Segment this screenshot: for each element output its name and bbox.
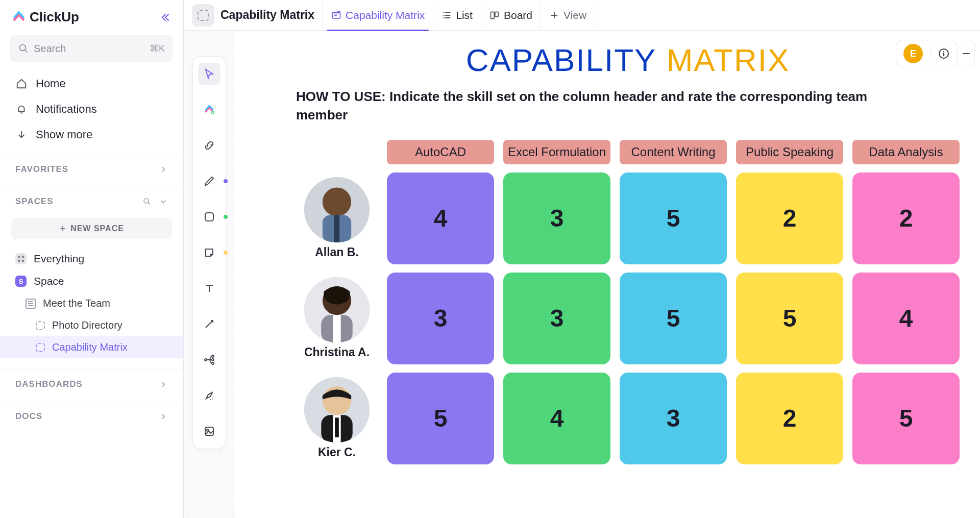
tab-board[interactable]: Board — [481, 0, 541, 31]
svg-point-14 — [205, 359, 207, 361]
tree-capability-matrix[interactable]: Capability Matrix — [0, 336, 183, 358]
new-space-button[interactable]: NEW SPACE — [11, 218, 172, 239]
person-name: Kier C. — [318, 446, 356, 459]
chevron-down-icon[interactable] — [159, 197, 168, 206]
svg-point-16 — [212, 359, 214, 361]
svg-line-3 — [148, 203, 151, 205]
rating-cell[interactable]: 5 — [852, 373, 960, 464]
home-icon — [15, 78, 28, 90]
tool-clickup[interactable] — [198, 98, 220, 121]
svg-rect-5 — [22, 256, 24, 258]
nav-notifications-label: Notifications — [36, 103, 97, 116]
search-input[interactable]: Search ⌘K — [10, 35, 173, 62]
primary-nav: Home Notifications Show more — [0, 69, 183, 150]
rating-cell[interactable]: 3 — [503, 273, 610, 364]
chevron-right-icon — [159, 165, 168, 174]
rating-cell[interactable]: 4 — [852, 273, 960, 364]
howto-text: HOW TO USE: Indicate the skill set on th… — [296, 87, 919, 125]
docs-label: DOCS — [15, 411, 42, 422]
new-space-label: NEW SPACE — [70, 224, 124, 233]
tool-text[interactable] — [198, 277, 220, 300]
rating-cell[interactable]: 2 — [852, 172, 960, 264]
rating-cell[interactable]: 4 — [387, 172, 494, 264]
skill-header[interactable]: Data Analysis — [852, 140, 960, 164]
tool-dot-icon — [224, 215, 228, 219]
skill-header[interactable]: Excel Formulation — [503, 140, 610, 164]
person-photo — [304, 377, 370, 442]
tree-meet-label: Meet the Team — [43, 298, 110, 309]
person-cell: Christina A. — [296, 277, 378, 359]
spaces-search-icon[interactable] — [142, 197, 152, 206]
tree-space-label: Space — [34, 275, 64, 287]
rating-cell[interactable]: 3 — [620, 373, 727, 464]
person-cell: Kier C. — [296, 377, 378, 459]
tool-shape[interactable] — [198, 206, 220, 228]
tool-link[interactable] — [198, 134, 220, 157]
svg-rect-7 — [22, 260, 24, 262]
rating-cell[interactable]: 5 — [387, 373, 494, 464]
search-shortcut: ⌘K — [150, 43, 165, 54]
rating-cell[interactable]: 2 — [736, 373, 843, 464]
rating-cell[interactable]: 4 — [503, 373, 610, 464]
tree-everything-label: Everything — [34, 253, 84, 265]
title-capability: CAPABILITY — [466, 42, 657, 78]
rating-cell[interactable]: 5 — [620, 273, 727, 364]
tool-image[interactable] — [198, 420, 220, 442]
tab-add-view[interactable]: View — [541, 0, 595, 31]
search-icon — [18, 43, 29, 54]
tool-rail — [184, 31, 235, 518]
skill-header[interactable]: Public Speaking — [736, 140, 843, 164]
tree-space[interactable]: S Space — [0, 270, 183, 292]
svg-point-15 — [212, 355, 214, 357]
rating-cell[interactable]: 3 — [387, 273, 494, 364]
canvas-wrap: E CAPABILITY MATRIX HOW TO USE: Indicate… — [184, 31, 980, 518]
tree-photo-directory[interactable]: Photo Directory — [0, 314, 183, 336]
app-logo[interactable]: ClickUp — [12, 9, 79, 25]
dashboards-header[interactable]: DASHBOARDS — [0, 369, 183, 397]
tool-ai[interactable] — [198, 384, 220, 407]
tool-pen[interactable] — [198, 170, 220, 192]
board-icon — [489, 10, 500, 20]
skill-header[interactable]: AutoCAD — [387, 140, 494, 164]
tool-sticky[interactable] — [198, 241, 220, 264]
svg-rect-6 — [18, 260, 20, 262]
canvas-content: CAPABILITY MATRIX HOW TO USE: Indicate t… — [235, 31, 980, 485]
person-cell: Allan B. — [296, 177, 378, 259]
rating-cell[interactable]: 3 — [503, 172, 610, 264]
rating-cell[interactable]: 5 — [736, 273, 843, 364]
favorites-header[interactable]: FAVORITES — [0, 155, 183, 182]
nav-home[interactable]: Home — [0, 71, 183, 96]
rating-cell[interactable]: 5 — [620, 172, 727, 264]
favorites-label: FAVORITES — [15, 164, 68, 175]
spaces-header[interactable]: SPACES — [0, 187, 183, 214]
skill-header[interactable]: Content Writing — [620, 140, 727, 164]
tool-connector[interactable] — [198, 313, 220, 335]
nav-show-more[interactable]: Show more — [0, 122, 183, 147]
svg-rect-28 — [333, 315, 340, 343]
nav-showmore-label: Show more — [36, 128, 92, 141]
tree-everything[interactable]: Everything — [0, 248, 183, 270]
tab-list[interactable]: List — [433, 0, 481, 31]
logo-row: ClickUp — [0, 0, 183, 32]
whiteboard-canvas[interactable]: E CAPABILITY MATRIX HOW TO USE: Indicate… — [235, 31, 980, 518]
tab-capability-matrix[interactable]: Capability Matrix — [323, 0, 433, 31]
svg-line-1 — [25, 50, 28, 53]
capability-matrix-grid: AutoCADExcel FormulationContent WritingP… — [296, 140, 960, 464]
tree-photo-label: Photo Directory — [52, 319, 122, 331]
page-icon[interactable] — [192, 4, 214, 27]
collapse-sidebar-icon[interactable] — [159, 11, 171, 23]
tree-meet-the-team[interactable]: Meet the Team — [0, 292, 183, 314]
tool-dot-icon — [224, 179, 228, 183]
rating-cell[interactable]: 2 — [736, 172, 843, 264]
svg-point-9 — [338, 10, 340, 13]
tool-mindmap[interactable] — [198, 349, 220, 371]
whiteboard-icon — [198, 10, 209, 21]
nav-notifications[interactable]: Notifications — [0, 96, 183, 122]
search-placeholder: Search — [34, 43, 66, 55]
list-icon — [442, 10, 452, 20]
everything-icon — [15, 253, 27, 264]
main-area: Capability Matrix Capability Matrix List… — [184, 0, 980, 518]
tool-select[interactable] — [198, 63, 220, 85]
svg-rect-10 — [491, 12, 494, 18]
docs-header[interactable]: DOCS — [0, 402, 183, 429]
